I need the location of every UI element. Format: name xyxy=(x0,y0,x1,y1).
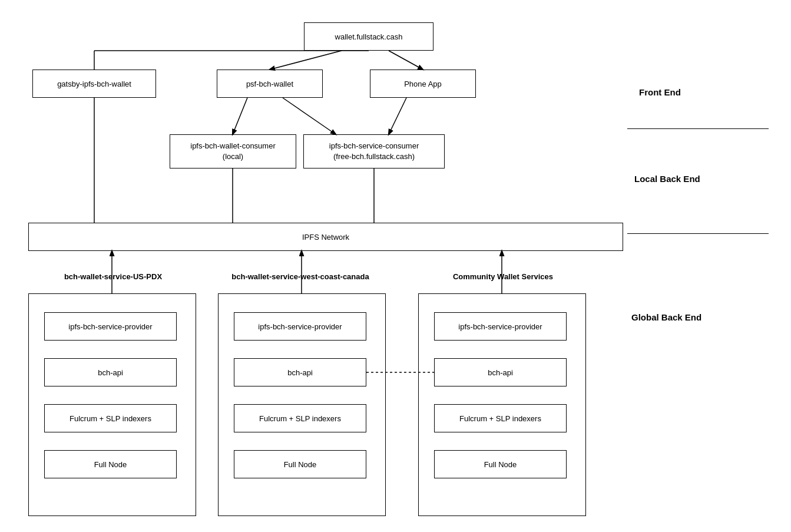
ipfs-network-node: IPFS Network xyxy=(28,223,623,251)
section-line-1 xyxy=(627,128,769,129)
us-pdx-bch-api: bch-api xyxy=(44,358,177,386)
front-end-label: Front End xyxy=(639,87,681,97)
architecture-diagram: Front End Local Back End Global Back End… xyxy=(0,0,791,532)
ipfs-consumer-local-node: ipfs-bch-wallet-consumer(local) xyxy=(170,134,296,168)
community-bch-api: bch-api xyxy=(434,358,567,386)
svg-line-5 xyxy=(283,98,336,134)
phone-app-node: Phone App xyxy=(370,70,476,98)
psf-bch-node: psf-bch-wallet xyxy=(217,70,323,98)
us-pdx-fulcrum: Fulcrum + SLP indexers xyxy=(44,404,177,432)
west-coast-fulcrum: Fulcrum + SLP indexers xyxy=(234,404,366,432)
community-title: Community Wallet Services xyxy=(421,272,585,281)
us-pdx-ipfs-provider: ipfs-bch-service-provider xyxy=(44,312,177,341)
ipfs-service-consumer-node: ipfs-bch-service-consumer(free-bch.fulls… xyxy=(303,134,445,168)
svg-line-2 xyxy=(270,51,342,70)
section-line-2 xyxy=(627,233,769,234)
svg-line-4 xyxy=(233,98,247,134)
gatsby-node: gatsby-ipfs-bch-wallet xyxy=(32,70,156,98)
us-pdx-full-node: Full Node xyxy=(44,450,177,478)
svg-line-6 xyxy=(389,98,406,134)
wallet-fullstack-node: wallet.fullstack.cash xyxy=(304,22,433,51)
community-ipfs-provider: ipfs-bch-service-provider xyxy=(434,312,567,341)
us-pdx-title: bch-wallet-service-US-PDX xyxy=(31,272,196,281)
west-coast-title: bch-wallet-service-west-coast-canada xyxy=(209,272,392,281)
svg-line-3 xyxy=(389,51,423,70)
west-coast-ipfs-provider: ipfs-bch-service-provider xyxy=(234,312,366,341)
community-full-node: Full Node xyxy=(434,450,567,478)
global-back-end-label: Global Back End xyxy=(631,312,701,322)
west-coast-full-node: Full Node xyxy=(234,450,366,478)
west-coast-bch-api: bch-api xyxy=(234,358,366,386)
local-back-end-label: Local Back End xyxy=(634,174,700,184)
community-fulcrum: Fulcrum + SLP indexers xyxy=(434,404,567,432)
